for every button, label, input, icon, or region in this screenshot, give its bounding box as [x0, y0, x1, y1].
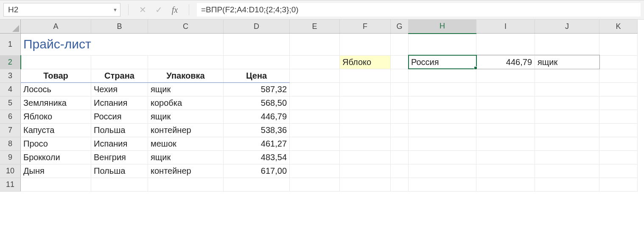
cell[interactable] [290, 69, 340, 82]
cell-product[interactable]: Лосось [21, 82, 91, 96]
cell[interactable] [290, 164, 340, 178]
cell[interactable] [391, 34, 409, 56]
cell-pack[interactable]: мешок [148, 137, 224, 150]
col-header-K[interactable]: K [599, 20, 638, 34]
cell[interactable] [290, 110, 340, 123]
name-box[interactable]: H2 ▼ [3, 3, 120, 17]
cell-product[interactable]: Яблоко [21, 110, 91, 123]
cell[interactable] [340, 82, 391, 96]
cell[interactable] [599, 96, 638, 110]
cell[interactable] [599, 34, 638, 56]
cell[interactable] [391, 123, 409, 137]
cell[interactable] [535, 150, 599, 164]
col-header-D[interactable]: D [224, 20, 290, 34]
col-header-C[interactable]: C [148, 20, 224, 34]
cell[interactable] [409, 82, 476, 96]
cell[interactable] [599, 137, 638, 150]
row-header-11[interactable]: 11 [0, 178, 21, 191]
cell[interactable] [476, 123, 535, 137]
col-header-J[interactable]: J [535, 20, 599, 34]
cell-header-product[interactable]: Товар [21, 69, 91, 82]
cell[interactable] [535, 34, 599, 56]
fx-icon[interactable]: fx [170, 5, 179, 14]
cell[interactable] [340, 178, 391, 191]
cell[interactable] [290, 123, 340, 137]
cell[interactable] [391, 69, 409, 82]
cell[interactable] [535, 164, 599, 178]
cell-price[interactable]: 617,00 [224, 164, 290, 178]
cell-pack[interactable]: ящик [148, 82, 224, 96]
cell[interactable] [409, 110, 476, 123]
cell-price[interactable]: 483,54 [224, 150, 290, 164]
cell[interactable] [224, 34, 290, 56]
col-header-G[interactable]: G [391, 20, 409, 34]
cell-country[interactable]: Польша [91, 164, 148, 178]
enter-icon[interactable]: ✓ [154, 5, 163, 14]
cell[interactable] [409, 96, 476, 110]
cell[interactable] [535, 123, 599, 137]
cell-product[interactable]: Просо [21, 137, 91, 150]
cell[interactable] [21, 55, 91, 69]
cell[interactable] [599, 69, 638, 82]
row-header-7[interactable]: 7 [0, 123, 21, 137]
cell-product[interactable]: Брокколи [21, 150, 91, 164]
cell[interactable] [476, 96, 535, 110]
cell-country[interactable]: Чехия [91, 82, 148, 96]
cell[interactable] [391, 137, 409, 150]
cell-price[interactable]: 446,79 [224, 110, 290, 123]
cell[interactable] [340, 137, 391, 150]
cell[interactable] [391, 164, 409, 178]
cell-H2-lookup-country[interactable]: Россия [409, 55, 476, 69]
row-header-1[interactable]: 1 [0, 34, 21, 56]
cell[interactable] [535, 137, 599, 150]
cell[interactable] [391, 178, 409, 191]
cell[interactable] [224, 178, 290, 191]
cell-price[interactable]: 568,50 [224, 96, 290, 110]
cell[interactable] [290, 96, 340, 110]
select-all-corner[interactable] [0, 20, 21, 34]
cell-price[interactable]: 538,36 [224, 123, 290, 137]
cell-I2-lookup-price[interactable]: 446,79 [476, 55, 535, 69]
col-header-H[interactable]: H [409, 20, 476, 34]
cell-country[interactable]: Испания [91, 137, 148, 150]
cell[interactable] [224, 55, 290, 69]
cell-product[interactable]: Земляника [21, 96, 91, 110]
cell[interactable] [599, 178, 638, 191]
cell[interactable] [476, 150, 535, 164]
cell[interactable] [391, 55, 409, 69]
row-header-8[interactable]: 8 [0, 137, 21, 150]
cell[interactable] [340, 96, 391, 110]
cell[interactable] [409, 34, 476, 56]
cell[interactable] [409, 137, 476, 150]
row-header-9[interactable]: 9 [0, 150, 21, 164]
cell-F2-lookup-key[interactable]: Яблоко [340, 55, 391, 69]
cell[interactable] [409, 178, 476, 191]
cell[interactable] [290, 34, 340, 56]
cell[interactable] [340, 110, 391, 123]
cell[interactable] [599, 164, 638, 178]
cell[interactable] [290, 150, 340, 164]
cell[interactable] [290, 82, 340, 96]
cell[interactable] [476, 178, 535, 191]
cell[interactable] [91, 178, 148, 191]
cell[interactable] [599, 110, 638, 123]
row-header-2[interactable]: 2 [0, 55, 21, 69]
cell[interactable] [535, 69, 599, 82]
cell[interactable] [340, 34, 391, 56]
cell[interactable] [476, 164, 535, 178]
cell[interactable] [391, 82, 409, 96]
cell-pack[interactable]: ящик [148, 110, 224, 123]
cell-price[interactable]: 587,32 [224, 82, 290, 96]
col-header-I[interactable]: I [476, 20, 535, 34]
cell-product[interactable]: Дыня [21, 164, 91, 178]
cell[interactable] [340, 164, 391, 178]
cell[interactable] [599, 150, 638, 164]
cell-header-country[interactable]: Страна [91, 69, 148, 82]
cell[interactable] [340, 69, 391, 82]
cell-header-price[interactable]: Цена [224, 69, 290, 82]
cell[interactable] [535, 96, 599, 110]
cell-pack[interactable]: контейнер [148, 123, 224, 137]
cell[interactable] [409, 164, 476, 178]
cell[interactable] [91, 55, 148, 69]
cell[interactable] [599, 55, 638, 69]
